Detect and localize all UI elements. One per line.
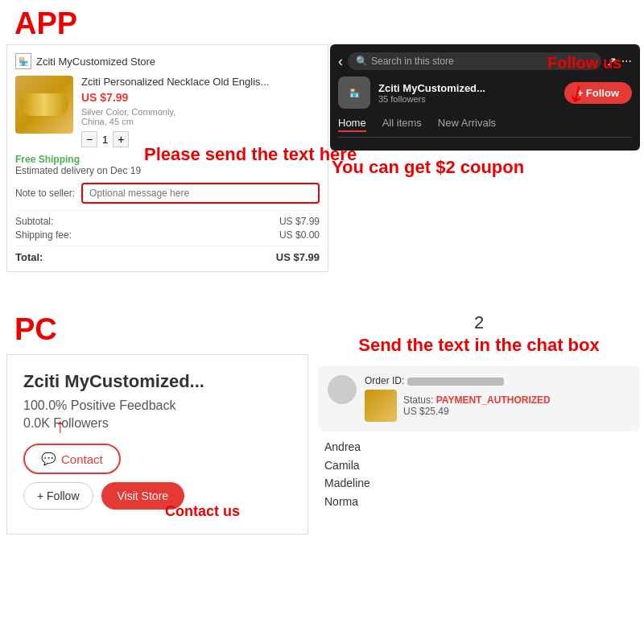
product-row: Zciti Personalized Necklace Old Englis..… <box>15 76 320 147</box>
subtotal-label: Subtotal: <box>15 216 53 227</box>
bl-followers-text: 0.0K Followers <box>23 416 109 430</box>
store-name: Zciti MyCustomized Store <box>36 56 155 68</box>
status-label-text: Status: <box>403 394 433 406</box>
send-chat-annotation: Send the text in the chat box <box>318 335 640 356</box>
chat-content: Order ID: Status: PAYMENT_AUTHORIZED US … <box>365 375 630 422</box>
shipping-fee-label: Shipping fee: <box>15 229 72 241</box>
qty-value: 1 <box>102 134 108 146</box>
app-label: APP <box>14 6 77 41</box>
store-avatar: 🏪 <box>338 76 370 109</box>
subtotal-value: US $7.99 <box>279 216 320 227</box>
search-icon: 🔍 <box>356 56 368 67</box>
status-value: PAYMENT_AUTHORIZED <box>436 394 551 406</box>
order-price: US $25.49 <box>403 406 551 417</box>
order-id-label: Order ID: <box>365 375 404 386</box>
coupon-annotation: You can get $2 coupon <box>332 157 524 178</box>
contact-label: Contact <box>61 452 103 466</box>
note-input[interactable] <box>81 183 320 204</box>
order-id-value <box>407 378 504 386</box>
rp-followers: 35 followers <box>378 94 556 104</box>
pc-follow-button[interactable]: + Follow <box>23 482 93 510</box>
bl-followers: 0.0K Followers ↑ <box>23 416 291 431</box>
send-chat-num: 2 <box>318 312 640 333</box>
total-label: Total: <box>15 251 43 263</box>
pc-store-panel: Zciti MyCustomized... 100.0% Positive Fe… <box>6 354 308 535</box>
bl-follow-visit-row: + Follow Visit Store <box>23 482 291 510</box>
name-3: Madeline <box>324 474 640 492</box>
app-product-panel: 🏪 Zciti MyCustomized Store Zciti Persona… <box>6 44 328 272</box>
follow-us-annotation: Follow us <box>547 54 621 72</box>
contact-us-annotation: Contact us <box>165 503 240 520</box>
names-list: Andrea Camila Madeline Norma <box>318 438 640 510</box>
chat-icon: 💬 <box>41 452 56 466</box>
order-thumbnail <box>365 390 397 422</box>
pc-chat-panel: 2 Send the text in the chat box Order ID… <box>318 312 640 510</box>
product-image <box>15 76 73 134</box>
store-icon: 🏪 <box>15 53 31 69</box>
store-nav: Home All items New Arrivals <box>338 117 632 138</box>
store-details: Zciti MyCustomized... 35 followers <box>378 82 556 104</box>
bl-store-name: Zciti MyCustomized... <box>23 371 291 392</box>
store-info-row: 🏪 Zciti MyCustomized... 35 followers + F… <box>338 76 632 109</box>
shipping-fee-value: US $0.00 <box>279 229 320 241</box>
product-title: Zciti Personalized Necklace Old Englis..… <box>81 76 320 88</box>
product-price: US $7.99 <box>81 91 320 104</box>
name-1: Andrea <box>324 438 640 456</box>
rp-store-name: Zciti MyCustomized... <box>378 82 556 94</box>
chat-avatar <box>328 375 357 404</box>
note-label: Note to seller: <box>15 188 75 199</box>
total-value: US $7.99 <box>276 251 320 263</box>
bl-feedback: 100.0% Positive Feedback <box>23 398 291 413</box>
chain-decoration <box>20 93 68 116</box>
nav-home[interactable]: Home <box>338 117 366 132</box>
arrow-up: ↑ <box>56 415 65 437</box>
chat-card: Order ID: Status: PAYMENT_AUTHORIZED US … <box>318 365 640 431</box>
product-attrs: Silver Color, Commonly,China, 45 cm <box>81 107 320 126</box>
total-row: Total: US $7.99 <box>15 251 320 263</box>
delivery-date: Estimated delivery on Dec 19 <box>15 165 320 176</box>
qty-decrease[interactable]: − <box>81 131 97 147</box>
product-info: Zciti Personalized Necklace Old Englis..… <box>81 76 320 147</box>
subtotal-row: Subtotal: US $7.99 <box>15 216 320 227</box>
nav-new-arrivals[interactable]: New Arrivals <box>438 117 496 132</box>
please-send-annotation: Please send the text here <box>144 144 357 165</box>
order-id-row: Order ID: <box>365 375 630 386</box>
name-4: Norma <box>324 493 640 510</box>
note-row: Note to seller: <box>15 183 320 204</box>
more-button[interactable]: ··· <box>621 54 632 68</box>
name-2: Camila <box>324 456 640 474</box>
order-status-row: Status: PAYMENT_AUTHORIZED US $25.49 <box>365 390 630 422</box>
status-row: Status: PAYMENT_AUTHORIZED <box>403 394 551 406</box>
search-placeholder: Search in this store <box>371 56 454 67</box>
back-button[interactable]: ‹ <box>338 53 343 70</box>
shipping-fee-row: Shipping fee: US $0.00 <box>15 229 320 241</box>
qty-increase[interactable]: + <box>113 131 129 147</box>
contact-button[interactable]: 💬 Contact <box>23 444 121 474</box>
nav-all-items[interactable]: All items <box>382 117 422 132</box>
order-status-info: Status: PAYMENT_AUTHORIZED US $25.49 <box>403 394 551 417</box>
pc-label: PC <box>14 312 57 347</box>
bl-buttons: 💬 Contact <box>23 444 291 474</box>
store-row: 🏪 Zciti MyCustomized Store <box>15 53 320 69</box>
